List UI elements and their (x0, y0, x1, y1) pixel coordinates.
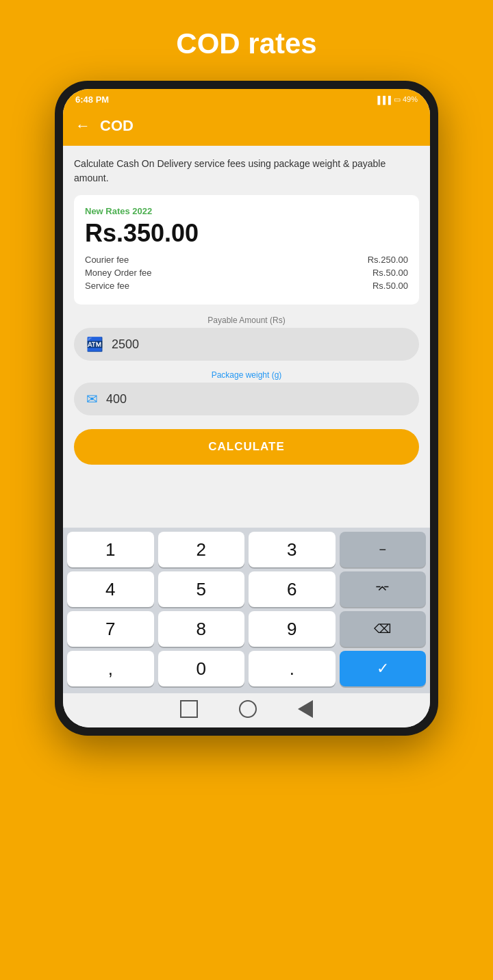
service-fee-label: Service fee (85, 281, 129, 291)
app-bar: ← COD (63, 109, 430, 146)
key-4[interactable]: 4 (67, 571, 154, 607)
courier-fee-row: Courier fee Rs.250.00 (85, 255, 408, 265)
nav-bar (63, 693, 430, 727)
key-5[interactable]: 5 (158, 571, 245, 607)
description-text: Calculate Cash On Delivery service fees … (74, 157, 419, 185)
package-weight-group: Package weight (g) ✉ 400 (74, 370, 419, 415)
calculate-button[interactable]: CALCULATE (74, 429, 419, 465)
key-8[interactable]: 8 (158, 611, 245, 647)
service-fee-row: Service fee Rs.50.00 (85, 281, 408, 291)
numeric-keyboard: 1 2 3 − 4 5 6 ⌤ 7 8 9 ⌫ , 0 (63, 528, 430, 693)
key-6[interactable]: 6 (249, 571, 336, 607)
courier-fee-label: Courier fee (85, 255, 129, 265)
key-2[interactable]: 2 (158, 532, 245, 567)
phone-screen: 6:48 PM ▐▐▐ ▭ 49% ← COD Calculate Cash O… (63, 89, 430, 727)
signal-icon: ▐▐▐ (375, 96, 391, 104)
package-icon: ✉ (86, 391, 98, 407)
nav-circle-button[interactable] (239, 700, 257, 718)
keyboard-row-1: 1 2 3 − (67, 532, 426, 567)
money-order-fee-row: Money Order fee Rs.50.00 (85, 268, 408, 278)
back-button[interactable]: ← (75, 117, 90, 135)
keyboard-row-4: , 0 . ✓ (67, 651, 426, 686)
keyboard-row-2: 4 5 6 ⌤ (67, 571, 426, 607)
money-order-fee-value: Rs.50.00 (372, 268, 408, 278)
key-tab[interactable]: ⌤ (340, 571, 427, 607)
nav-square-button[interactable] (180, 700, 198, 718)
key-minus[interactable]: − (340, 532, 427, 567)
status-time: 6:48 PM (75, 94, 109, 105)
status-icons: ▐▐▐ ▭ 49% (375, 95, 418, 104)
spacer (63, 487, 430, 528)
key-done[interactable]: ✓ (340, 651, 427, 686)
content-area: Calculate Cash On Delivery service fees … (63, 146, 430, 487)
battery-indicator: ▭ 49% (394, 95, 418, 104)
new-rates-label: New Rates 2022 (85, 206, 408, 216)
key-9[interactable]: 9 (249, 611, 336, 647)
status-bar: 6:48 PM ▐▐▐ ▭ 49% (63, 89, 430, 109)
package-weight-value: 400 (106, 392, 127, 407)
key-1[interactable]: 1 (67, 532, 154, 567)
key-3[interactable]: 3 (249, 532, 336, 567)
service-fee-value: Rs.50.00 (372, 281, 408, 291)
key-dot[interactable]: . (249, 651, 336, 686)
package-weight-field[interactable]: ✉ 400 (74, 383, 419, 415)
payable-amount-group: Payable Amount (Rs) 🏧 2500 (74, 315, 419, 361)
key-7[interactable]: 7 (67, 611, 154, 647)
money-icon: 🏧 (86, 336, 103, 352)
money-order-fee-label: Money Order fee (85, 268, 152, 278)
total-amount: Rs.350.00 (85, 219, 408, 248)
nav-back-button[interactable] (298, 700, 313, 718)
package-weight-label: Package weight (g) (74, 370, 419, 380)
payable-amount-field[interactable]: 🏧 2500 (74, 328, 419, 361)
keyboard-row-3: 7 8 9 ⌫ (67, 611, 426, 647)
key-backspace[interactable]: ⌫ (340, 611, 427, 647)
payable-amount-value: 2500 (112, 337, 139, 352)
rate-card: New Rates 2022 Rs.350.00 Courier fee Rs.… (74, 195, 419, 305)
phone-mockup: 6:48 PM ▐▐▐ ▭ 49% ← COD Calculate Cash O… (55, 81, 438, 736)
key-0[interactable]: 0 (158, 651, 245, 686)
key-comma[interactable]: , (67, 651, 154, 686)
courier-fee-value: Rs.250.00 (368, 255, 408, 265)
payable-amount-label: Payable Amount (Rs) (74, 315, 419, 325)
page-title: COD rates (176, 27, 316, 60)
app-bar-title: COD (100, 117, 134, 135)
